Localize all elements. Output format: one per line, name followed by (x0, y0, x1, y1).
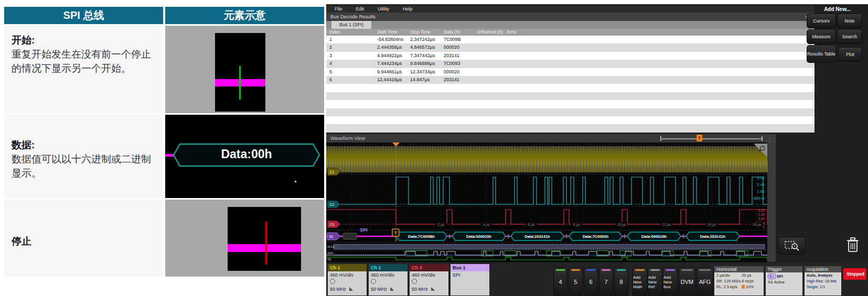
menu-item-utility[interactable]: Utility (378, 6, 389, 12)
table-row[interactable]: 34.944922µs7.347442µs203141 (326, 52, 815, 60)
data-hexagon-label: Data:00h (173, 147, 320, 161)
digital-label-ss: SS (327, 258, 331, 261)
column-header-error[interactable]: Error (507, 29, 517, 36)
channel-badge-ch1[interactable]: Ch 1460 mV/div50 MHz (328, 264, 367, 295)
channel-color-strip (635, 269, 645, 271)
add-new-search-button[interactable]: Search (837, 29, 862, 44)
cell: 7C0093 (444, 60, 460, 68)
run-stop-button[interactable]: Stopped (843, 268, 866, 280)
decode-table-header: IndexStart TimeStop TimeData (h)Unframed… (326, 29, 815, 36)
panel-divider[interactable]: ⋮⋮ (767, 134, 776, 262)
waveform-plot[interactable]: 3.202.401.60800 m3.202.401.60800 m02 µs4… (326, 142, 767, 262)
bottom-bar: Horizontal 2 µs/div20 µs SR: 125 MS/s8 n… (326, 263, 868, 296)
channel-4-button[interactable]: 4 (553, 267, 567, 296)
channel-badge-bus1[interactable]: Bus 1SPI (451, 264, 489, 295)
stop-symbol-bg (228, 207, 301, 271)
acquisition-mode: Auto, Analyze (805, 272, 841, 278)
stray-dot (295, 181, 296, 182)
time-axis-label: 2 µs (438, 223, 445, 227)
zoom-mode-button[interactable] (778, 237, 806, 255)
cell: 6 (329, 76, 332, 84)
horizontal-window: 20 µs (742, 272, 752, 278)
add-new-math-button[interactable]: Add New Math (633, 267, 647, 296)
add-new-plot-button[interactable]: Plot (838, 47, 862, 62)
column-header-start-time[interactable]: Start Time (377, 29, 398, 36)
add-new-measure-button[interactable]: Measure (807, 29, 836, 44)
horizontal-panel[interactable]: Horizontal 2 µs/div20 µs SR: 125 MS/s8 n… (714, 266, 764, 295)
row-data-body: 数据值可以以十六进制或二进制显示。 (12, 152, 158, 180)
channel-8-button[interactable]: 8 (614, 267, 628, 296)
oscilloscope-app: FileEditUtilityHelp Bus Decode Results ×… (326, 4, 868, 296)
cell: 4.846572µs (410, 43, 435, 51)
ch2-scale-label: 1.60 (757, 189, 765, 194)
afg-button[interactable]: AFG (696, 267, 713, 296)
add-new-note-button[interactable]: Note (837, 14, 862, 28)
add-new-results-table-button[interactable]: Results Table (807, 45, 836, 63)
table-header-spi-bus: SPI 总线 (4, 7, 163, 24)
channel-badge-ch2[interactable]: Ch 2460 mV/div50 MHz (369, 264, 408, 295)
channel-bandwidth: 50 MHz (412, 286, 448, 293)
channel-color-strip (650, 269, 660, 271)
dvm-button[interactable]: DVM (679, 267, 695, 296)
channel-bandwidth: 50 MHz (330, 286, 367, 293)
acquisition-panel[interactable]: Acquisition Auto, Analyze High Res: 16 b… (805, 266, 841, 295)
channel-badge-name: Bus 1 (451, 264, 489, 271)
row-data-text: 数据: 数据值可以以十六进制或二进制显示。 (4, 115, 163, 198)
row-start-body: 重复开始发生在没有前一个停止的情况下显示另一个开始。 (12, 47, 158, 75)
table-row[interactable]: 22.444358µs4.846572µs000020 (326, 43, 815, 51)
table-row-empty (326, 92, 815, 100)
trigger-panel[interactable]: Trigger B1 SPI SS Active (766, 266, 802, 295)
tab-bus1-spi[interactable]: Bus 1 (SPI) (331, 21, 371, 29)
add-new-cursors-button[interactable]: Cursors (807, 14, 836, 28)
horizontal-position: 10% (746, 284, 754, 289)
table-row[interactable]: 612.44416µs14.847µs203141 (326, 76, 815, 84)
start-symbol-diagram (165, 26, 324, 113)
menu-item-file[interactable]: File (335, 6, 342, 12)
ch3-scale-label: 0 (763, 225, 765, 229)
bus-decode-results-window: Bus Decode Results × Bus 1 (SPI) IndexSt… (326, 13, 815, 133)
table-row[interactable]: 47.444234µs9.846898µs7C0093 (326, 60, 815, 68)
data-symbol-diagram: Data:00h (165, 115, 324, 198)
horizontal-scale: 2 µs/div (716, 273, 730, 278)
channel-bandwidth: 50 MHz (371, 286, 408, 293)
channel-scale: 460 mV/div (371, 272, 408, 279)
add-new-ref-button[interactable]: Add New Ref (648, 267, 662, 296)
stop-symbol-diagram (165, 200, 324, 277)
channel-badge-body: 460 mV/div50 MHz (410, 271, 448, 293)
channel-color-strip (602, 269, 610, 271)
column-header-stop-time[interactable]: Stop Time (410, 29, 430, 36)
overview-trigger-pin[interactable]: T (696, 135, 702, 141)
channel-6-button[interactable]: 6 (584, 267, 598, 296)
cell: 9.846898µs (410, 60, 435, 68)
channel-7-button[interactable]: 7 (599, 267, 613, 296)
ch3-scale-label: 3.20 (758, 209, 765, 212)
channel-color-strip (681, 269, 693, 271)
ch2-scale-label: 3.20 (757, 176, 765, 180)
trigger-position-icon (742, 285, 745, 289)
cell: 14.847µs (410, 76, 430, 84)
bandwidth-icon (390, 287, 394, 291)
table-row[interactable]: 1-54.82604ns2.347242µs7C009B (326, 36, 815, 43)
overview-left-bracket[interactable] (660, 136, 661, 141)
acquisition-count: Single: 1/1 (805, 284, 841, 290)
channel-color-strip (617, 269, 626, 271)
channel-5-button[interactable]: 5 (569, 267, 583, 296)
divider-grip-icon[interactable]: ⋮⋮ (767, 134, 776, 141)
trash-icon[interactable] (842, 236, 863, 255)
overview-slider[interactable] (662, 138, 762, 139)
overview-right-bracket[interactable] (762, 136, 763, 141)
add-new-panel: Add New... CursorsNoteMeasureSearchResul… (807, 5, 868, 75)
column-header-unframed-h-[interactable]: Unframed (h) (477, 29, 503, 36)
add-new-bus-button[interactable]: Add New Bus (663, 267, 678, 296)
menu-item-help[interactable]: Help (403, 6, 413, 12)
channel-badge-ch3[interactable]: Ch 3460 mV/div50 MHz (410, 264, 448, 295)
menu-item-edit[interactable]: Edit (356, 6, 365, 12)
table-row-empty (326, 124, 815, 132)
channel-badge-body: 460 mV/div50 MHz (328, 271, 367, 293)
decode-frame-label: Data:203141h (700, 234, 726, 239)
table-row[interactable]: 59.944861µs12.34734µs000020 (326, 68, 815, 76)
stop-bus-line (228, 244, 301, 252)
column-header-data-h-[interactable]: Data (h) (444, 29, 460, 36)
menu-bar: FileEditUtilityHelp (326, 5, 815, 13)
column-header-index[interactable]: Index (329, 29, 340, 36)
